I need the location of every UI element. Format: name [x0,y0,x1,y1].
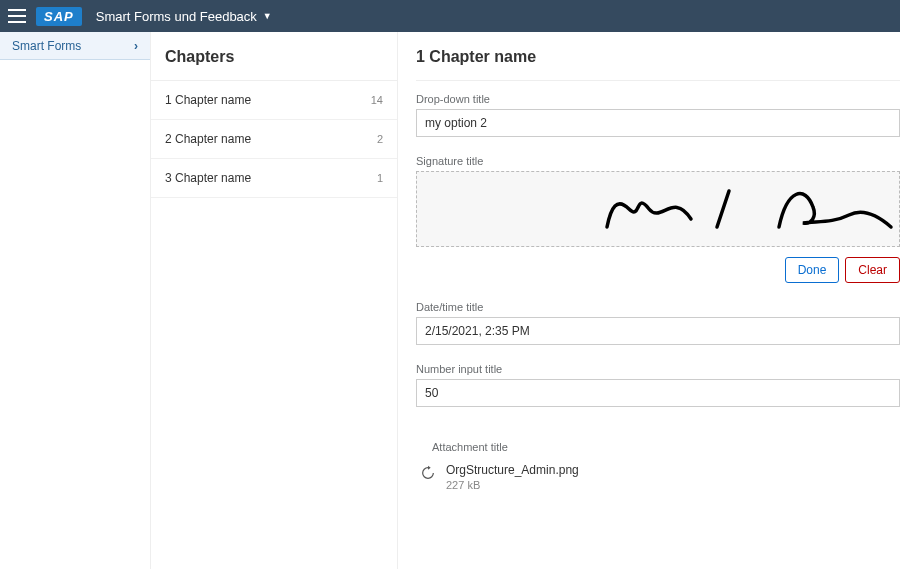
number-field: Number input title [416,363,900,407]
chapter-count: 14 [371,94,383,106]
chapter-label: 3 Chapter name [165,171,251,185]
number-input[interactable] [416,379,900,407]
done-button[interactable]: Done [785,257,840,283]
sap-logo: SAP [36,7,82,26]
breadcrumb[interactable]: Smart Forms › [0,32,150,60]
clear-button[interactable]: Clear [845,257,900,283]
menu-icon[interactable] [8,9,26,23]
refresh-icon [420,465,436,481]
chapter-label: 1 Chapter name [165,93,251,107]
datetime-label: Date/time title [416,301,900,313]
signature-pad[interactable] [416,171,900,247]
chapters-panel: Chapters 1 Chapter name 14 2 Chapter nam… [150,32,398,569]
breadcrumb-label: Smart Forms [12,39,81,53]
app-title-dropdown[interactable]: Smart Forms und Feedback ▼ [96,9,272,24]
chevron-down-icon: ▼ [263,11,272,21]
detail-title: 1 Chapter name [416,48,900,81]
left-column: Smart Forms › [0,32,150,569]
signature-drawing [599,179,899,239]
attachment-field: Attachment title OrgStructure_Admin.png … [416,441,900,491]
datetime-field: Date/time title [416,301,900,345]
chapter-row[interactable]: 3 Chapter name 1 [151,159,397,198]
dropdown-input[interactable] [416,109,900,137]
dropdown-label: Drop-down title [416,93,900,105]
signature-actions: Done Clear [416,257,900,283]
attachment-label: Attachment title [416,441,900,453]
chapter-row[interactable]: 1 Chapter name 14 [151,81,397,120]
chapter-count: 2 [377,133,383,145]
chapter-row[interactable]: 2 Chapter name 2 [151,120,397,159]
attachment-size: 227 kB [446,479,579,491]
signature-label: Signature title [416,155,900,167]
app-title-text: Smart Forms und Feedback [96,9,257,24]
signature-field: Signature title Done Clear [416,155,900,283]
chevron-right-icon: › [134,39,138,53]
detail-panel: 1 Chapter name Drop-down title Signature… [398,32,900,569]
chapter-label: 2 Chapter name [165,132,251,146]
top-header: SAP Smart Forms und Feedback ▼ [0,0,900,32]
attachment-filename: OrgStructure_Admin.png [446,463,579,477]
dropdown-field: Drop-down title [416,93,900,137]
attachment-item[interactable]: OrgStructure_Admin.png 227 kB [416,463,900,491]
datetime-input[interactable] [416,317,900,345]
number-label: Number input title [416,363,900,375]
chapter-count: 1 [377,172,383,184]
chapters-title: Chapters [151,32,397,81]
